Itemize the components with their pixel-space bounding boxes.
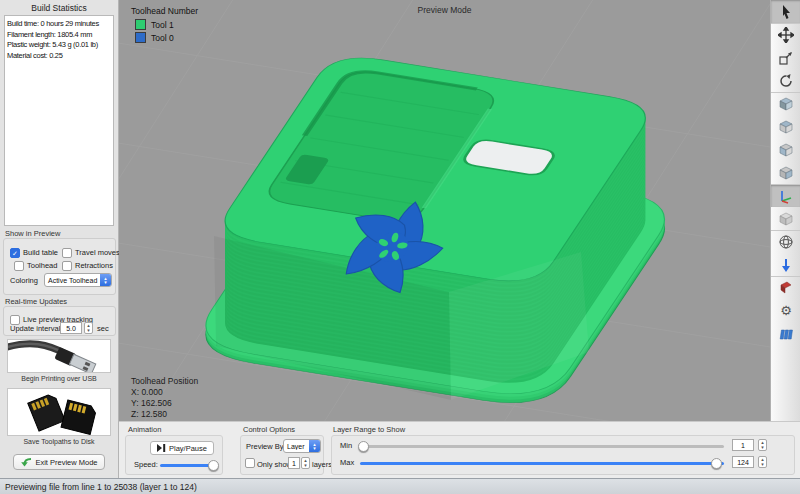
speed-slider[interactable] (160, 464, 216, 467)
legend-tool0: Tool 0 (135, 32, 198, 43)
only-show-checkbox[interactable] (245, 458, 255, 468)
status-text: Previewing file from line 1 to 25038 (la… (5, 482, 197, 492)
cross-section-icon[interactable] (771, 276, 800, 299)
max-label: Max (340, 458, 354, 467)
select-cursor-icon[interactable] (771, 0, 800, 23)
preview-by-label: Preview By (246, 442, 284, 451)
only-show-unit: layers (312, 460, 332, 469)
realtime-updates-group: Live preview tracking Update interval 5.… (3, 306, 116, 336)
view-side-icon[interactable] (771, 161, 800, 184)
view-iso-icon[interactable] (771, 92, 800, 115)
model-cube-icon[interactable] (771, 207, 800, 230)
preview-by-dropdown[interactable]: Layer ▴▾ (283, 439, 321, 453)
legend-title: Toolhead Number (131, 6, 198, 16)
checkbox-retractions[interactable]: Retractions (62, 256, 113, 274)
sd-caption: Save Toolpaths to Disk (0, 438, 118, 445)
coordinate-axes-icon[interactable] (771, 184, 800, 207)
toolhead-position-title: Toolhead Position (131, 376, 198, 387)
only-show-stepper[interactable]: ▴▾ (301, 457, 310, 469)
only-show-label: Only show (257, 460, 292, 469)
panel-title: Build Statistics (0, 3, 118, 13)
legend-tool1: Tool 1 (135, 19, 198, 30)
scale-icon[interactable] (771, 46, 800, 69)
usb-cable-icon (8, 340, 110, 372)
update-interval-stepper[interactable]: ▴▾ (84, 322, 93, 334)
wireframe-sphere-icon[interactable] (771, 230, 800, 253)
stat-plastic-weight: Plastic weight: 5.43 g (0.01 lb) (7, 40, 111, 51)
update-interval-input[interactable]: 5.0 (60, 322, 82, 334)
update-interval-label: Update interval (10, 324, 60, 333)
toolhead-legend: Toolhead Number Tool 1 Tool 0 (131, 6, 198, 43)
max-stepper[interactable]: ▴▾ (758, 456, 767, 468)
preview-controls-bar: Animation Play/Pause Speed: Control Opti… (119, 421, 800, 478)
status-bar: Previewing file from line 1 to 25038 (la… (0, 478, 800, 494)
play-pause-button[interactable]: Play/Pause (150, 441, 214, 455)
usb-caption: Begin Printing over USB (0, 375, 118, 382)
toolhead-checkbox[interactable] (14, 261, 24, 271)
update-interval-unit: sec (97, 324, 109, 333)
layer-range-label: Layer Range to Show (333, 425, 405, 434)
min-stepper[interactable]: ▴▾ (758, 439, 767, 451)
animation-group: Play/Pause Speed: (125, 435, 223, 475)
move-icon[interactable] (771, 23, 800, 46)
stat-material-cost: Material cost: 0.25 (7, 51, 111, 62)
min-slider-knob[interactable] (358, 441, 369, 452)
control-options-group: Preview By Layer ▴▾ Only show 1 ▴▾ layer… (240, 435, 324, 475)
toolhead-z: Z: 12.580 (131, 409, 198, 420)
speed-slider-knob[interactable] (208, 460, 219, 471)
build-statistics-panel: Build Statistics Build time: 0 hours 29 … (0, 0, 119, 478)
stat-filament-length: Filament length: 1805.4 mm (7, 30, 111, 41)
toolhead-down-icon[interactable] (771, 253, 800, 276)
dropdown-arrows-icon: ▴▾ (309, 440, 320, 452)
max-value-input[interactable]: 124 (732, 456, 754, 468)
save-toolpaths-button[interactable] (7, 388, 111, 436)
dropdown-arrows-icon: ▴▾ (100, 274, 111, 286)
toolhead-y: Y: 162.506 (131, 398, 198, 409)
show-in-preview-group: ✓Build table Travel moves Toolhead Retra… (3, 238, 116, 295)
preview-3d-viewport[interactable]: Preview Mode Toolhead Number Tool 1 Tool… (119, 0, 770, 421)
checkbox-toolhead[interactable]: Toolhead (14, 256, 57, 274)
build-stats-box: Build time: 0 hours 29 minutes Filament … (4, 15, 114, 226)
back-arrow-icon (20, 457, 32, 467)
view-front-icon[interactable] (771, 138, 800, 161)
preview-mode-title: Preview Mode (119, 5, 770, 15)
coloring-label: Coloring (10, 276, 38, 285)
tool1-swatch (135, 19, 146, 30)
sd-cards-icon (8, 389, 110, 435)
stat-build-time: Build time: 0 hours 29 minutes (7, 19, 111, 30)
play-pause-icon (157, 444, 166, 452)
max-slider[interactable] (360, 462, 724, 465)
control-options-label: Control Options (243, 425, 295, 434)
printed-model-canvas (119, 0, 770, 421)
animation-label: Animation (128, 425, 161, 434)
coloring-dropdown[interactable]: Active Toolhead ▴▾ (44, 273, 112, 287)
toolhead-x: X: 0.000 (131, 387, 198, 398)
settings-gear-icon[interactable]: ⚙ (771, 299, 800, 322)
view-top-icon[interactable] (771, 115, 800, 138)
show-in-preview-label: Show in Preview (5, 229, 60, 238)
min-value-input[interactable]: 1 (732, 439, 754, 451)
toolhead-position-readout: Toolhead Position X: 0.000 Y: 162.506 Z:… (131, 376, 198, 420)
view-toolbar: ⚙ (770, 0, 800, 421)
tool0-swatch (135, 32, 146, 43)
rotate-icon[interactable] (771, 69, 800, 92)
machine-control-icon[interactable] (771, 322, 800, 345)
only-show-input[interactable]: 1 (288, 457, 300, 469)
min-label: Min (340, 441, 352, 450)
speed-label: Speed: (134, 460, 158, 469)
layer-range-group: Min 1 ▴▾ Max 124 ▴▾ (331, 435, 795, 475)
min-slider[interactable] (360, 445, 724, 448)
realtime-updates-label: Real-time Updates (5, 297, 67, 306)
max-slider-knob[interactable] (711, 458, 722, 469)
retractions-checkbox[interactable] (62, 261, 72, 271)
usb-print-button[interactable] (7, 339, 111, 373)
exit-preview-mode-button[interactable]: Exit Preview Mode (13, 454, 105, 470)
